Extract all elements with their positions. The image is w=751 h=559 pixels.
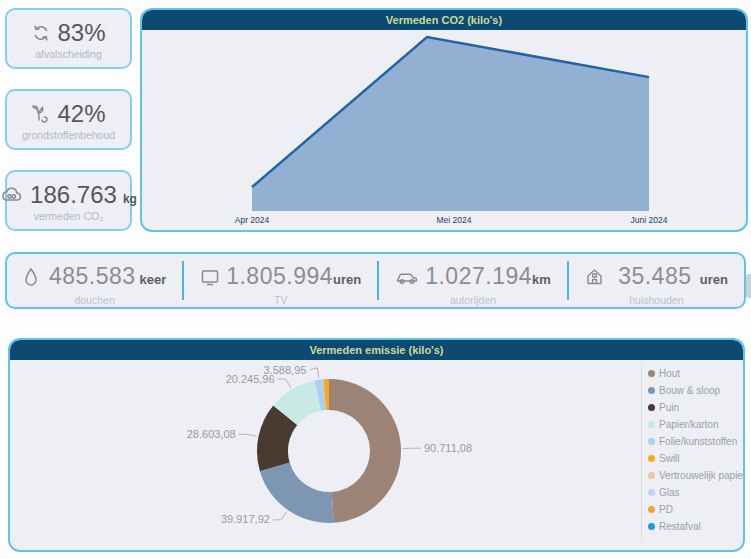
stat-douchen: 485.583 keer douchen xyxy=(7,254,182,307)
legend-item-swill[interactable]: Swill xyxy=(648,450,745,467)
x-axis-label: Mei 2024 xyxy=(437,215,472,225)
donut-slice-label: 3.588,95 xyxy=(264,364,307,376)
stat-label: huishouden xyxy=(569,294,744,306)
donut-legend: HoutBouw & sloopPuinPapier/kartonFolie/k… xyxy=(648,365,745,535)
kpi-label: vermeden CO₂ xyxy=(34,210,103,222)
legend-item-restafval[interactable]: Restafval xyxy=(648,518,745,535)
kpi-card-afvalscheiding: 83% afvalscheiding xyxy=(5,8,132,69)
legend-dot xyxy=(648,472,655,479)
kpi-card-vermeden-co2: 186.763 kg vermeden CO₂ xyxy=(5,170,132,231)
kpi-value: 83% xyxy=(57,19,105,47)
legend-item-folie-kunststoffen[interactable]: Folie/kunststoffen xyxy=(648,433,745,450)
legend-dot xyxy=(648,421,655,428)
x-axis-label: Apr 2024 xyxy=(235,215,270,225)
legend-item-papier-karton[interactable]: Papier/karton xyxy=(648,416,745,433)
tv-icon xyxy=(200,267,220,287)
panel-title: Vermeden CO2 (kilo's) xyxy=(386,14,502,26)
stat-value: 1.805.994 xyxy=(226,263,333,290)
legend-item-puin[interactable]: Puin xyxy=(648,399,745,416)
stat-label: douchen xyxy=(7,294,182,306)
stat-value: 1.027.194 xyxy=(425,263,532,290)
legend-label: Swill xyxy=(659,453,680,464)
legend-dot xyxy=(648,489,655,496)
stat-autorijden: 1.027.194 km autorijden xyxy=(379,254,567,307)
legend-label: Glas xyxy=(659,487,680,498)
donut-slice-label: 90.711,08 xyxy=(424,442,472,454)
stat-unit: uren xyxy=(700,272,728,287)
stat-unit: km xyxy=(532,272,551,287)
kpi-value: 186.763 xyxy=(30,181,117,209)
legend-item-vertrouwelijk-papier[interactable]: Vertrouwelijk papier xyxy=(648,467,745,484)
donut-slice-hout[interactable] xyxy=(329,379,401,523)
label-connector xyxy=(273,512,287,520)
legend-dot xyxy=(648,404,655,411)
legend-label: PD xyxy=(659,504,673,515)
kpi-label: grondstoffenbehoud xyxy=(22,129,115,141)
label-connector xyxy=(239,434,257,436)
legend-item-glas[interactable]: Glas xyxy=(648,484,745,501)
panel-title: Vermeden emissie (kilo's) xyxy=(309,344,443,356)
legend-dot xyxy=(648,523,655,530)
legend-label: Folie/kunststoffen xyxy=(659,436,737,447)
stat-tv: 1.805.994 uren TV xyxy=(184,254,377,307)
legend-dot xyxy=(648,506,655,513)
kpi-unit: kg xyxy=(123,192,137,206)
droplet-icon xyxy=(23,267,39,287)
kpi-value: 42% xyxy=(57,100,105,128)
label-connector xyxy=(309,368,318,378)
recycle-icon xyxy=(31,23,51,43)
legend-item-pd[interactable]: PD xyxy=(648,501,745,518)
legend-dot xyxy=(648,455,655,462)
stat-bar: 485.583 keer douchen 1.805.994 uren TV xyxy=(5,252,746,309)
scrollbar-thumb[interactable] xyxy=(746,274,751,298)
co2-chart-header: Vermeden CO2 (kilo's) xyxy=(142,10,746,30)
legend-label: Hout xyxy=(659,368,680,379)
legend-divider xyxy=(641,362,642,542)
plant-icon xyxy=(31,104,51,124)
legend-item-hout[interactable]: Hout xyxy=(648,365,745,382)
co2-chart-panel: Vermeden CO2 (kilo's) Apr 2024Mei 2024Ju… xyxy=(140,8,748,232)
legend-label: Vertrouwelijk papier xyxy=(659,470,745,481)
donut-slice-label: 28.603,08 xyxy=(187,428,236,440)
legend-dot xyxy=(648,438,655,445)
legend-label: Puin xyxy=(659,402,679,413)
legend-item-bouw-sloop[interactable]: Bouw & sloop xyxy=(648,382,745,399)
legend-dot xyxy=(648,370,655,377)
stat-unit: keer xyxy=(139,272,166,287)
x-axis-label: Juni 2024 xyxy=(631,215,668,225)
kpi-card-grondstoffenbehoud: 42% grondstoffenbehoud xyxy=(5,89,132,150)
area-fill[interactable] xyxy=(252,37,649,211)
legend-dot xyxy=(648,387,655,394)
stat-unit: uren xyxy=(333,272,361,287)
legend-label: Restafval xyxy=(659,521,701,532)
legend-label: Bouw & sloop xyxy=(659,385,720,396)
stat-value: 35.485 xyxy=(610,263,700,290)
stat-huishouden: 35.485 uren huishouden xyxy=(569,254,744,307)
stat-value: 485.583 xyxy=(45,263,139,290)
legend-label: Papier/karton xyxy=(659,419,718,430)
car-icon xyxy=(395,267,419,287)
emissie-chart-panel: Vermeden emissie (kilo's) 90.711,0839.91… xyxy=(8,338,745,552)
emissie-chart-header: Vermeden emissie (kilo's) xyxy=(10,340,743,360)
kpi-label: afvalscheiding xyxy=(35,48,102,60)
dashboard: 83% afvalscheiding 42% grondstoffenbehou… xyxy=(0,0,751,559)
stat-label: TV xyxy=(184,294,377,306)
co2-cloud-icon xyxy=(0,185,24,205)
house-icon xyxy=(585,267,604,287)
label-connector xyxy=(278,379,291,388)
donut-slice-bouw-sloop[interactable] xyxy=(260,463,334,523)
donut-slice-label: 39.917,92 xyxy=(221,513,270,525)
stat-label: autorijden xyxy=(379,294,567,306)
area-chart[interactable]: Apr 2024Mei 2024Juni 2024 xyxy=(142,30,746,230)
donut-chart[interactable]: 90.711,0839.917,9228.603,0820.245,963.58… xyxy=(10,360,743,550)
